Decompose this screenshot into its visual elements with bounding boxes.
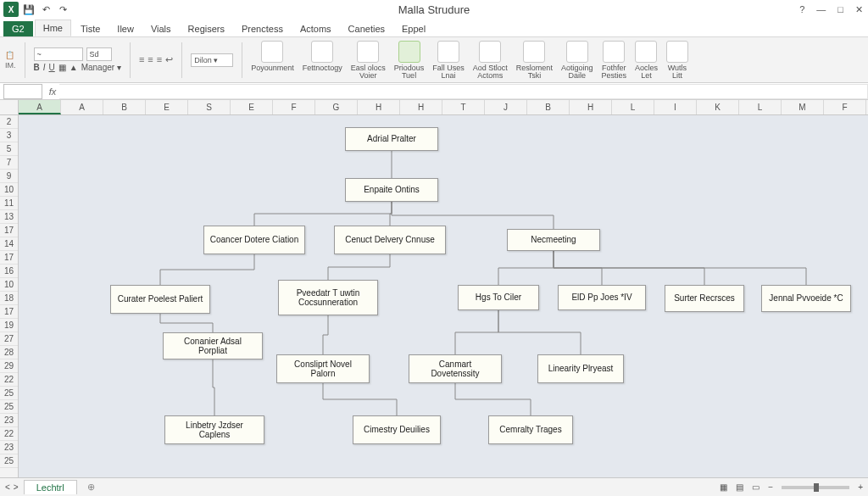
sheet-canvas[interactable]: Adrial PralterEnpaite OntinsCoancer Dote…	[19, 115, 868, 477]
ribbon-tab[interactable]: Regisers	[181, 21, 232, 36]
row-header[interactable]: 3	[0, 129, 18, 142]
row-header[interactable]: 5	[0, 142, 18, 156]
align-center-icon[interactable]: ≡	[147, 54, 153, 65]
row-header[interactable]: 27	[0, 332, 18, 346]
org-node[interactable]: Enpaite Ontins	[345, 178, 438, 202]
org-node[interactable]: Conanier Adsal Porpliat	[163, 332, 263, 359]
row-header[interactable]: 23	[0, 414, 18, 427]
org-node[interactable]: Linbetry Jzdser Caplens	[164, 415, 264, 444]
row-header[interactable]: 18	[0, 292, 18, 305]
ribbon-tab[interactable]: Actoms	[292, 21, 339, 36]
column-header[interactable]: G	[315, 100, 358, 114]
column-header[interactable]: A	[61, 100, 103, 114]
ribbon-command[interactable]: Fothfer Pesties	[601, 41, 626, 80]
row-header[interactable]: 25	[0, 400, 18, 414]
ribbon-command[interactable]: Wutls Litt	[666, 41, 688, 80]
org-node[interactable]: Necmeeting	[507, 229, 600, 251]
ribbon-command[interactable]: Fall Uses Lnai	[432, 41, 465, 80]
row-header[interactable]: 25	[0, 454, 18, 468]
zoom-out-button[interactable]: −	[768, 482, 773, 492]
ribbon-tab[interactable]: Hme	[35, 20, 71, 36]
zoom-slider[interactable]	[782, 486, 849, 489]
column-header[interactable]: S	[188, 100, 231, 114]
org-node[interactable]: Adrial Pralter	[345, 127, 438, 151]
row-header[interactable]: 25	[0, 387, 18, 400]
ribbon-command[interactable]: Aocles Let	[635, 41, 658, 80]
row-header[interactable]: 28	[0, 346, 18, 359]
org-node[interactable]: Cimestry Deuilies	[353, 415, 441, 444]
ribbon-tab[interactable]: Eppel	[394, 21, 433, 36]
org-node[interactable]: Canmart Dovetenssity	[409, 354, 502, 383]
row-header[interactable]: 16	[0, 265, 18, 278]
view-normal-icon[interactable]: ▦	[720, 482, 727, 492]
column-header[interactable]: A	[19, 100, 61, 114]
org-node[interactable]: Surter Recrsces	[665, 285, 744, 312]
wrap-icon[interactable]: ↩	[165, 54, 173, 65]
help-button[interactable]: ?	[799, 4, 804, 15]
bold-icon[interactable]: B	[34, 63, 40, 72]
ribbon-tab[interactable]: Prenctess	[234, 21, 291, 36]
org-node[interactable]: Cenuct Delvery Cnnuse	[334, 226, 446, 254]
maximize-button[interactable]: □	[837, 4, 843, 15]
ribbon-command[interactable]: Poyounment	[251, 41, 294, 80]
row-header[interactable]: 19	[0, 319, 18, 332]
ribbon-command[interactable]: Aotigoing Daile	[561, 41, 593, 80]
sheet-tab-active[interactable]: Lechtrl	[24, 480, 77, 494]
column-header[interactable]: B	[527, 100, 570, 114]
ribbon-tab[interactable]: Ilew	[109, 21, 142, 36]
row-header[interactable]: 13	[0, 210, 18, 224]
view-layout-icon[interactable]: ▤	[736, 482, 743, 492]
org-node[interactable]: Hgs To Ciler	[458, 285, 539, 310]
row-header[interactable]: 23	[0, 441, 18, 454]
column-header[interactable]: F	[824, 100, 866, 114]
row-header[interactable]: 9	[0, 170, 18, 183]
ribbon-tab[interactable]: Vials	[143, 21, 179, 36]
row-header[interactable]: 22	[0, 373, 18, 387]
select-all-corner[interactable]	[0, 100, 19, 115]
ribbon-tab[interactable]: Caneties	[341, 21, 392, 36]
org-node[interactable]: Coancer Dotere Ciation	[203, 226, 305, 254]
close-button[interactable]: ✕	[855, 4, 863, 15]
underline-icon[interactable]: U	[49, 63, 55, 72]
column-header[interactable]: H	[358, 100, 400, 114]
row-header[interactable]: 14	[0, 237, 18, 251]
view-break-icon[interactable]: ▭	[752, 482, 760, 492]
align-left-icon[interactable]: ≡	[139, 54, 144, 65]
font-name-combo[interactable]: ~	[34, 47, 83, 61]
org-node[interactable]: ElD Pp Joes *IV	[558, 285, 646, 310]
column-header[interactable]: T	[442, 100, 485, 114]
column-header[interactable]: F	[273, 100, 315, 114]
row-header[interactable]: 22	[0, 427, 18, 441]
align-right-icon[interactable]: ≡	[157, 54, 162, 65]
column-header[interactable]: I	[654, 100, 697, 114]
paste-icon[interactable]: 📋	[5, 51, 14, 59]
italic-icon[interactable]: I	[43, 63, 46, 72]
formula-input[interactable]	[59, 84, 868, 99]
column-header[interactable]: E	[231, 100, 273, 114]
ribbon-command[interactable]: Resloment Tski	[516, 41, 553, 80]
column-header[interactable]: H	[400, 100, 442, 114]
column-header[interactable]: E	[146, 100, 188, 114]
row-header[interactable]: 17	[0, 305, 18, 319]
row-header[interactable]: 10	[0, 183, 18, 197]
column-header[interactable]: M	[782, 100, 824, 114]
minimize-button[interactable]: —	[816, 4, 826, 15]
add-sheet-button[interactable]: ⊕	[82, 480, 100, 494]
org-node[interactable]: Jennal Pvvoeide *C	[761, 285, 851, 312]
ribbon-tab[interactable]: Tiste	[73, 21, 108, 36]
row-header[interactable]: 17	[0, 251, 18, 265]
font-size-combo[interactable]: Sd	[86, 47, 112, 61]
column-header[interactable]: B	[103, 100, 146, 114]
row-header[interactable]: 11	[0, 197, 18, 210]
row-header[interactable]: 2	[0, 115, 18, 129]
row-header[interactable]: 29	[0, 359, 18, 373]
ribbon-command[interactable]: Fettnoctogy	[303, 41, 342, 80]
ribbon-command[interactable]: Priodous Tuel	[394, 41, 425, 80]
tab-next-button[interactable]: >	[14, 482, 19, 492]
org-node[interactable]: Pveedatr T uwtin Cocsunneration	[278, 280, 378, 315]
column-header[interactable]: K	[697, 100, 739, 114]
manager-dropdown[interactable]: Manager ▾	[81, 63, 121, 72]
column-header[interactable]: L	[612, 100, 654, 114]
org-node[interactable]: Cemralty Trages	[488, 415, 573, 444]
column-header[interactable]: L	[739, 100, 782, 114]
